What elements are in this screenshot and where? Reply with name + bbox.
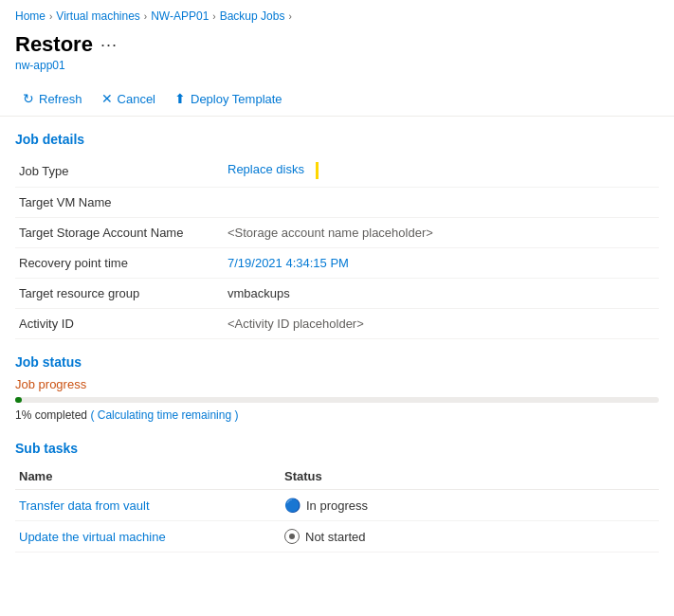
job-type-value: Replace disks [224, 154, 659, 188]
subtasks-title: Sub tasks [15, 441, 659, 456]
target-rg-value: vmbackups [224, 279, 659, 309]
job-details-table: Job Type Replace disks Target VM Name Ta… [15, 154, 659, 339]
chevron-icon: › [49, 11, 52, 22]
cancel-label: Cancel [118, 92, 155, 106]
deploy-template-button[interactable]: ⬆ Deploy Template [167, 87, 290, 110]
target-vm-value [224, 188, 659, 218]
breadcrumb-nwapp01[interactable]: NW-APP01 [151, 9, 209, 23]
more-options-icon[interactable]: ··· [100, 35, 118, 55]
target-vm-label: Target VM Name [15, 188, 224, 218]
recovery-point-value: 7/19/2021 4:34:15 PM [224, 248, 659, 279]
table-row: Target VM Name [15, 188, 659, 218]
inprogress-icon: 🔵 [284, 498, 301, 513]
activity-id-placeholder: <Activity ID placeholder> [228, 317, 364, 331]
status-cell-notstarted: Not started [284, 529, 655, 544]
recovery-time-text: 7/19/2021 4:34:15 PM [228, 256, 349, 270]
job-status-section: Job status Job progress 1% completed ( C… [0, 339, 674, 422]
subtask-transfer-status: 🔵 In progress [281, 490, 659, 521]
cancel-icon: ✕ [101, 91, 113, 106]
subtasks-col-name: Name [15, 463, 281, 490]
progress-percent-text: 1% completed [15, 408, 87, 422]
breadcrumb-vms[interactable]: Virtual machines [56, 9, 140, 23]
deploy-icon: ⬆ [174, 91, 186, 106]
table-row: Update the virtual machine Not started [15, 521, 659, 553]
notstarted-label: Not started [305, 530, 366, 544]
breadcrumb-home[interactable]: Home [15, 9, 46, 23]
breadcrumb-backupjobs[interactable]: Backup Jobs [220, 9, 285, 23]
inprogress-label: In progress [306, 498, 368, 513]
activity-id-value: <Activity ID placeholder> [224, 309, 659, 339]
progress-calc-text: ( Calculating time remaining ) [90, 408, 238, 422]
refresh-button[interactable]: ↻ Refresh [15, 87, 90, 110]
table-row: Target resource group vmbackups [15, 279, 659, 309]
table-row: Target Storage Account Name <Storage acc… [15, 218, 659, 248]
progress-bar-fill [15, 397, 22, 403]
target-storage-label: Target Storage Account Name [15, 218, 224, 248]
progress-text: 1% completed ( Calculating time remainin… [15, 408, 659, 422]
job-status-title: Job status [15, 354, 659, 370]
storage-placeholder: <Storage account name placeholder> [228, 226, 433, 240]
job-details-section: Job details Job Type Replace disks Targe… [0, 117, 674, 339]
subtasks-section: Sub tasks Name Status Transfer data from… [0, 422, 674, 553]
subtasks-table: Name Status Transfer data from vault 🔵 I… [15, 463, 659, 553]
target-storage-value: <Storage account name placeholder> [224, 218, 659, 248]
job-details-title: Job details [15, 132, 659, 147]
status-cell-inprogress: 🔵 In progress [284, 498, 655, 513]
notstarted-icon [284, 529, 300, 544]
activity-id-label: Activity ID [15, 309, 224, 339]
page-title: Restore [15, 32, 93, 57]
refresh-icon: ↻ [23, 91, 34, 106]
chevron-icon: › [212, 11, 215, 22]
table-row: Activity ID <Activity ID placeholder> [15, 309, 659, 339]
chevron-icon: › [288, 11, 291, 22]
toolbar: ↻ Refresh ✕ Cancel ⬆ Deploy Template [0, 82, 674, 117]
subtask-update-name[interactable]: Update the virtual machine [15, 521, 281, 553]
chevron-icon: › [144, 11, 147, 22]
table-row: Recovery point time 7/19/2021 4:34:15 PM [15, 248, 659, 279]
status-bar-indicator [316, 162, 319, 179]
page-subtitle: nw-app01 [15, 59, 659, 72]
target-rg-label: Target resource group [15, 279, 224, 309]
progress-bar-container [15, 397, 659, 403]
refresh-label: Refresh [39, 92, 82, 106]
job-type-text: Replace disks [228, 162, 304, 176]
page-header: Restore ··· nw-app01 [0, 28, 674, 72]
breadcrumb: Home › Virtual machines › NW-APP01 › Bac… [0, 0, 674, 28]
deploy-template-label: Deploy Template [191, 92, 282, 106]
subtasks-header-row: Name Status [15, 463, 659, 490]
subtask-transfer-name[interactable]: Transfer data from vault [15, 490, 281, 521]
job-type-label: Job Type [15, 154, 224, 188]
subtasks-col-status: Status [281, 463, 659, 490]
table-row: Transfer data from vault 🔵 In progress [15, 490, 659, 521]
job-progress-label: Job progress [15, 377, 659, 391]
subtask-update-status: Not started [281, 521, 659, 553]
table-row: Job Type Replace disks [15, 154, 659, 188]
cancel-button[interactable]: ✕ Cancel [94, 87, 163, 110]
recovery-point-label: Recovery point time [15, 248, 224, 279]
